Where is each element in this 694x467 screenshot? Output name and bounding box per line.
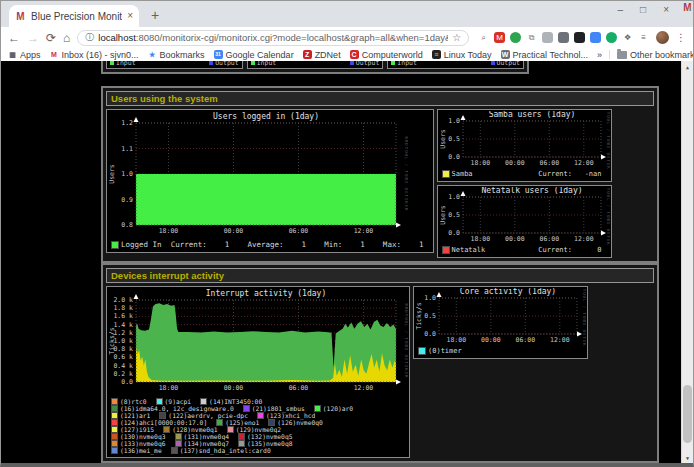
- site-info-icon[interactable]: ⓘ: [85, 31, 94, 44]
- bookmark-item[interactable]: WPractical Technol...: [501, 50, 588, 60]
- zdnet-icon: Z: [303, 50, 312, 59]
- svg-text:0.8: 0.8: [121, 221, 133, 229]
- legend-item: Logged In: [112, 240, 162, 249]
- legend-item: (136)mei_me: [112, 447, 162, 454]
- bookmark-item[interactable]: ZZDNet: [303, 50, 341, 60]
- svg-text:Ticks/s: Ticks/s: [108, 327, 116, 354]
- svg-text:1.8 k: 1.8 k: [113, 304, 133, 312]
- puzzle-extensions-icon[interactable]: ❖: [622, 32, 633, 43]
- divider: [609, 50, 610, 59]
- legend-item: (131)nvme0q4: [176, 433, 230, 440]
- svg-text:0.5: 0.5: [424, 312, 436, 320]
- svg-text:00:00: 00:00: [224, 384, 244, 392]
- bookmark-item[interactable]: ≡Linux Today: [432, 50, 492, 60]
- legend-item: (126)nvme0q0: [269, 419, 323, 426]
- bookmark-item[interactable]: CComputerworld: [350, 50, 423, 60]
- browser-menu-icon[interactable]: ⋮: [676, 32, 686, 43]
- svg-text:18:00: 18:00: [159, 384, 179, 392]
- browser-tab[interactable]: M Blue Precision Monitorix ×: [9, 5, 139, 27]
- bookmarks-bar: ▦AppsMInbox (16) - sjvn0...★Bookmarks31G…: [1, 48, 693, 61]
- green-circle-extension-icon[interactable]: [606, 32, 617, 43]
- svg-text:00:00: 00:00: [505, 159, 525, 167]
- minimize-button[interactable]: –: [618, 4, 624, 15]
- netatalk-users-graph[interactable]: 0.00.51.018:0000:0006:0012:00Netatalk us…: [437, 185, 612, 258]
- interrupt-activity-graph[interactable]: 2.0 k1.8 k1.6 k1.4 k1.2 k1.0 k0.8 k0.6 k…: [106, 286, 410, 458]
- tab-close-icon[interactable]: ×: [127, 11, 133, 21]
- bookmark-item[interactable]: MInbox (16) - sjvn0...: [50, 50, 139, 60]
- legend-item: (129)nvme0q2: [228, 426, 282, 433]
- maximize-button[interactable]: □: [640, 4, 646, 15]
- bookmark-star-icon[interactable]: ☆: [452, 32, 461, 43]
- svg-text:0.0: 0.0: [121, 378, 133, 386]
- svg-text:Core activity (1day): Core activity (1day): [460, 288, 556, 296]
- legend-item: (132)nvme0q5: [239, 433, 293, 440]
- url-text[interactable]: localhost:8080/monitorix-cgi/monitorix.c…: [98, 32, 448, 43]
- core-activity-graph[interactable]: 0.00.51.018:0000:0006:0012:00Core activi…: [413, 286, 588, 359]
- svg-text:12:00: 12:00: [574, 159, 594, 167]
- svg-text:06:00: 06:00: [516, 336, 536, 344]
- scrollbar-thumb[interactable]: [683, 385, 692, 443]
- users-logged-in-graph[interactable]: 0.80.91.01.11.218:0000:0006:0012:00Users…: [106, 109, 434, 253]
- svg-text:1.0: 1.0: [121, 170, 133, 178]
- grey-extension-icon[interactable]: [542, 32, 553, 43]
- svg-text:Interrupt activity (1day): Interrupt activity (1day): [206, 289, 326, 298]
- monitorix-favicon-icon: M: [15, 11, 26, 22]
- interrupt-graph-legend: (8)rtc0(9)acpi(14)INT3450:00(16)idma64.0…: [108, 396, 408, 456]
- copy-extension-icon[interactable]: ⧉: [526, 32, 537, 43]
- scroll-up-icon[interactable]: ▲: [682, 61, 693, 72]
- svg-text:06:00: 06:00: [289, 384, 309, 392]
- wordpress-icon: W: [501, 50, 510, 59]
- page-scrollbar[interactable]: ▲ ▼: [681, 61, 693, 463]
- svg-text:1.0: 1.0: [448, 193, 460, 201]
- address-bar[interactable]: ⓘ localhost:8080/monitorix-cgi/monitorix…: [77, 30, 469, 46]
- legend-item: (16)idma64.0, i2c_designware.0: [112, 405, 234, 412]
- legend-item: (123)xhci_hcd: [258, 412, 315, 419]
- svg-text:12:00: 12:00: [354, 227, 374, 235]
- scroll-down-icon[interactable]: ▼: [682, 452, 693, 463]
- legend-item: (21)i801_smbus: [244, 405, 305, 412]
- svg-text:0.0: 0.0: [448, 153, 460, 161]
- star-icon: ★: [148, 50, 157, 59]
- forward-icon[interactable]: →: [27, 32, 39, 44]
- network-graph-cutoff[interactable]: InputOutput: [387, 61, 524, 69]
- home-icon[interactable]: ⌂: [63, 32, 70, 44]
- bookmark-item[interactable]: ▦Apps: [8, 50, 41, 60]
- dark-extension-icon[interactable]: [558, 32, 569, 43]
- svg-text:12:00: 12:00: [574, 235, 594, 243]
- reload-icon[interactable]: ⟳: [46, 32, 56, 44]
- legend-item: (122)aerdrv, pcie-dpc: [160, 412, 248, 419]
- bookmark-item[interactable]: ★Bookmarks: [148, 50, 205, 60]
- svg-text:0.5: 0.5: [448, 135, 460, 143]
- svg-text:18:00: 18:00: [447, 336, 467, 344]
- network-graph-cutoff[interactable]: InputOutput: [106, 61, 243, 69]
- svg-text:Users: Users: [439, 129, 447, 149]
- svg-text:Netatalk users (1day): Netatalk users (1day): [481, 187, 582, 195]
- black-extension-icon[interactable]: [574, 32, 585, 43]
- list-extension-icon[interactable]: ≡: [638, 32, 649, 43]
- bookmark-item[interactable]: 31Google Calendar: [214, 50, 294, 60]
- profile-avatar[interactable]: [656, 31, 669, 44]
- legend-item: (134)nvme0q7: [176, 440, 230, 447]
- gmail-extension-icon[interactable]: M: [494, 32, 505, 43]
- bookmarks-overflow-chevron[interactable]: »: [597, 50, 602, 60]
- legend-item: (135)nvme0q8: [239, 440, 293, 447]
- close-button[interactable]: ×: [663, 4, 669, 15]
- search-icon[interactable]: ⌕: [478, 32, 489, 43]
- new-tab-button[interactable]: +: [151, 7, 159, 23]
- svg-text:06:00: 06:00: [539, 159, 559, 167]
- svg-text:0.5: 0.5: [448, 211, 460, 219]
- legend-item: (137)snd_hda_intel:card0: [172, 447, 271, 454]
- other-bookmarks-button[interactable]: Other bookmarks: [617, 50, 693, 60]
- back-icon[interactable]: ←: [8, 32, 20, 44]
- tab-strip: M Blue Precision Monitorix × + – □ × M: [1, 1, 693, 27]
- samba-users-graph[interactable]: 0.00.51.018:0000:0006:0012:00Samba users…: [437, 109, 612, 182]
- legend-item: (0)timer: [419, 347, 462, 355]
- monitorix-corner-logo-icon: M: [682, 2, 693, 13]
- legend-item: (130)nvme0q3: [112, 433, 166, 440]
- blue-extension-icon[interactable]: [590, 32, 601, 43]
- network-graph-cutoff[interactable]: InputOutput: [247, 61, 384, 69]
- svg-text:Users: Users: [108, 164, 116, 184]
- svg-text:0.9: 0.9: [121, 196, 133, 204]
- svg-text:RRDTOOL / TOBI OETIKER: RRDTOOL / TOBI OETIKER: [582, 288, 586, 346]
- globe-extension-icon[interactable]: [510, 32, 521, 43]
